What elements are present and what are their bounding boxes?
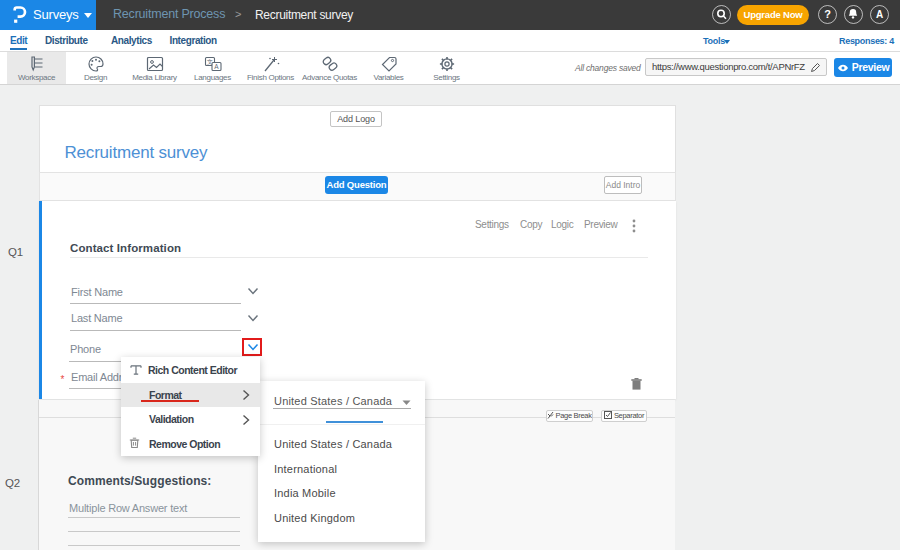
svg-text:A: A [214,63,219,70]
svg-text:文: 文 [207,58,213,65]
